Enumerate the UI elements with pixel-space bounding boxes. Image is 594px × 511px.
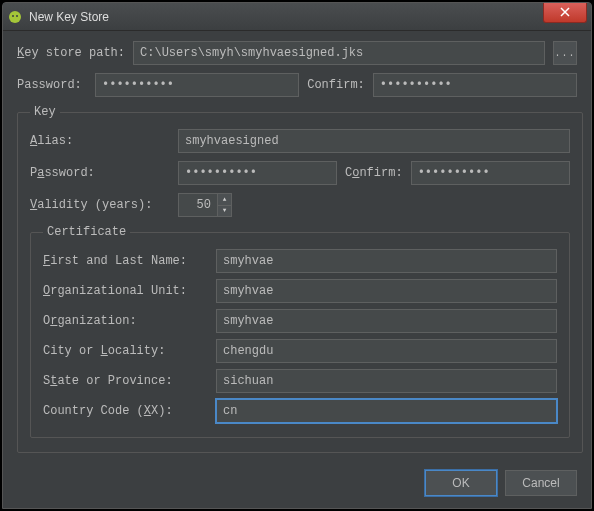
validity-input[interactable] (178, 193, 218, 217)
keystore-path-input[interactable] (133, 41, 545, 65)
org-unit-input[interactable] (216, 279, 557, 303)
keystore-confirm-label: Confirm: (307, 78, 365, 92)
city-label: City or Locality: (43, 344, 208, 358)
key-legend: Key (30, 105, 60, 119)
org-unit-label: Organizational Unit: (43, 284, 208, 298)
validity-spinner[interactable]: ▲ ▼ (178, 193, 232, 217)
certificate-legend: Certificate (43, 225, 130, 239)
browse-button[interactable]: ... (553, 41, 577, 65)
country-label: Country Code (XX): (43, 404, 208, 418)
first-last-input[interactable] (216, 249, 557, 273)
keystore-password-input[interactable] (95, 73, 299, 97)
keystore-confirm-input[interactable] (373, 73, 577, 97)
certificate-fieldset: Certificate First and Last Name: Organiz… (30, 225, 570, 438)
first-last-label: First and Last Name: (43, 254, 208, 268)
country-input[interactable] (216, 399, 557, 423)
city-input[interactable] (216, 339, 557, 363)
state-label: State or Province: (43, 374, 208, 388)
button-bar: OK Cancel (3, 460, 591, 508)
window-title: New Key Store (29, 10, 109, 24)
key-fieldset: Key Alias: Password: Confirm: Validity (… (17, 105, 583, 453)
alias-label: Alias: (30, 134, 170, 148)
keystore-password-label: Password: (17, 78, 87, 92)
validity-label: Validity (years): (30, 198, 170, 212)
org-input[interactable] (216, 309, 557, 333)
spinner-up-icon[interactable]: ▲ (218, 193, 232, 205)
close-button[interactable] (543, 3, 587, 23)
dialog-window: New Key Store Key store path: ... Passwo… (2, 2, 592, 509)
cancel-button[interactable]: Cancel (505, 470, 577, 496)
alias-input[interactable] (178, 129, 570, 153)
ok-button[interactable]: OK (425, 470, 497, 496)
app-icon (7, 9, 23, 25)
spinner-down-icon[interactable]: ▼ (218, 205, 232, 218)
org-label: Organization: (43, 314, 208, 328)
key-password-input[interactable] (178, 161, 337, 185)
svg-point-1 (12, 15, 14, 17)
dialog-content: Key store path: ... Password: Confirm: K… (3, 31, 591, 460)
state-input[interactable] (216, 369, 557, 393)
key-confirm-input[interactable] (411, 161, 570, 185)
key-confirm-label: Confirm: (345, 166, 403, 180)
titlebar: New Key Store (3, 3, 591, 31)
key-password-label: Password: (30, 166, 170, 180)
svg-point-2 (16, 15, 18, 17)
keystore-path-label: Key store path: (17, 46, 125, 60)
svg-point-0 (9, 11, 21, 23)
